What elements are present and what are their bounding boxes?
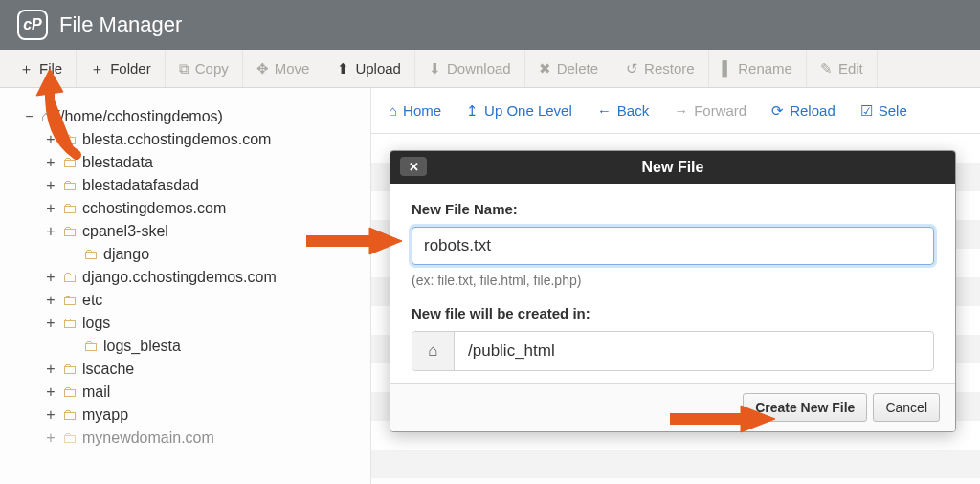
rename-icon: ▌ [723,61,733,76]
tree-item[interactable]: +🗀blestadatafasdad [23,174,361,197]
delete-button[interactable]: ✖ Delete [525,50,612,87]
dialog-close-button[interactable]: ✕ [400,157,427,176]
tree-item[interactable]: +🗀cpanel3-skel [23,220,361,243]
expand-icon[interactable]: + [44,223,57,240]
plus-icon: ＋ [90,61,104,76]
folder-icon: 🗀 [62,292,78,309]
tree-item[interactable]: +🗀etc [23,289,361,312]
tree-item-label: myapp [82,407,128,424]
tree-item[interactable]: +🗀lscache [23,358,361,381]
tree-item-label: blestadata [82,154,153,171]
app-title: File Manager [59,12,182,37]
new-file-button[interactable]: ＋ File [6,50,77,87]
nav-up[interactable]: ↥Up One Level [466,102,572,120]
expand-icon[interactable]: + [44,292,57,309]
expand-icon[interactable]: + [44,361,57,378]
expand-icon[interactable]: + [44,429,57,447]
create-file-button[interactable]: Create New File [743,393,867,422]
cpanel-logo-icon: cP [17,10,48,40]
nav-label: Home [403,102,441,119]
tree-item[interactable]: 🗀logs_blesta [23,335,361,358]
filename-hint: (ex: file.txt, file.html, file.php) [412,273,934,288]
new-file-dialog: ✕ New File New File Name: (ex: file.txt,… [390,150,956,432]
home-icon: ⌂ [41,108,51,125]
edit-icon: ✎ [820,61,833,76]
tree-item[interactable]: +🗀logs [23,312,361,335]
expand-icon[interactable]: + [44,154,57,171]
nav-forward[interactable]: →Forward [674,102,746,119]
tree-root-label: (/home/cchostingdemos) [56,108,223,125]
folder-icon: 🗀 [62,269,78,286]
toolbar-label: File [39,60,62,77]
nav-back[interactable]: ←Back [597,102,649,119]
folder-tree: − ⌂ (/home/cchostingdemos) +🗀blesta.ccho… [0,88,371,484]
expand-icon[interactable]: + [44,315,57,332]
expand-icon[interactable]: + [44,131,57,148]
dialog-title-bar: ✕ New File [390,151,955,184]
nav-label: Forward [694,102,746,119]
folder-icon: 🗀 [62,315,78,332]
home-icon: ⌂ [412,332,455,370]
tree-item-label: logs [82,315,110,332]
nav-reload[interactable]: ⟳Reload [771,102,835,120]
expand-icon[interactable]: + [44,407,57,424]
tree-item-label: etc [82,292,102,309]
tree-item[interactable]: +🗀blesta.cchostingdemos.com [23,128,361,151]
tree-item-label: lscache [82,361,134,378]
close-icon: ✕ [409,160,419,174]
new-folder-button[interactable]: ＋ Folder [77,50,166,87]
filename-input[interactable] [412,227,934,265]
tree-item[interactable]: +🗀myapp [23,404,361,427]
expand-icon[interactable]: + [44,384,57,401]
navigation-bar: ⌂Home ↥Up One Level ←Back →Forward ⟳Relo… [371,88,980,134]
tree-item-label: blestadatafasdad [82,177,199,194]
download-button[interactable]: ⬇ Download [415,50,525,87]
copy-button[interactable]: ⧉ Copy [166,50,243,87]
move-button[interactable]: ✥ Move [243,50,324,87]
tree-root[interactable]: − ⌂ (/home/cchostingdemos) [23,105,361,128]
restore-button[interactable]: ↺ Restore [612,50,709,87]
tree-item[interactable]: +🗀mail [23,381,361,404]
cancel-button[interactable]: Cancel [873,393,940,422]
left-arrow-icon: ← [597,102,612,119]
upload-button[interactable]: ⬆ Upload [323,50,415,87]
collapse-icon[interactable]: − [23,108,36,125]
expand-icon[interactable]: + [44,200,57,217]
tree-item-label: mail [82,384,110,401]
path-label: New file will be created in: [412,305,934,321]
tree-item[interactable]: 🗀django [23,243,361,266]
tree-item-label: django.cchostingdemos.com [82,269,277,286]
folder-icon: 🗀 [62,154,78,171]
folder-icon: 🗀 [62,131,78,148]
tree-item[interactable]: +🗀blestadata [23,151,361,174]
copy-icon: ⧉ [179,61,189,76]
move-icon: ✥ [256,61,269,76]
folder-icon: 🗀 [62,223,78,240]
nav-home[interactable]: ⌂Home [389,102,441,119]
home-icon: ⌂ [389,102,397,119]
nav-label: Reload [790,102,835,119]
toolbar-label: Rename [738,60,792,77]
tree-item[interactable]: +🗀django.cchostingdemos.com [23,266,361,289]
expand-icon [65,338,78,355]
path-display: ⌂ /public_html [412,331,934,371]
toolbar-label: Upload [355,60,401,77]
plus-icon: ＋ [19,61,33,76]
reload-icon: ⟳ [771,102,784,120]
folder-icon: 🗀 [62,361,78,378]
expand-icon[interactable]: + [44,177,57,194]
edit-button[interactable]: ✎ Edit [807,50,878,87]
nav-select-all[interactable]: ☑Sele [860,102,907,120]
restore-icon: ↺ [626,61,638,76]
tree-item[interactable]: +🗀cchostingdemos.com [23,197,361,220]
folder-icon: 🗀 [62,200,78,217]
tree-item[interactable]: +🗀mynewdomain.com [23,427,361,450]
expand-icon[interactable]: + [44,269,57,286]
rename-button[interactable]: ▌ Rename [709,50,807,87]
toolbar-label: Download [447,60,511,77]
expand-icon [65,246,78,263]
up-arrow-icon: ↥ [466,102,479,120]
dialog-body: New File Name: (ex: file.txt, file.html,… [390,184,955,383]
path-value[interactable]: /public_html [455,332,933,370]
nav-label: Up One Level [484,102,572,119]
